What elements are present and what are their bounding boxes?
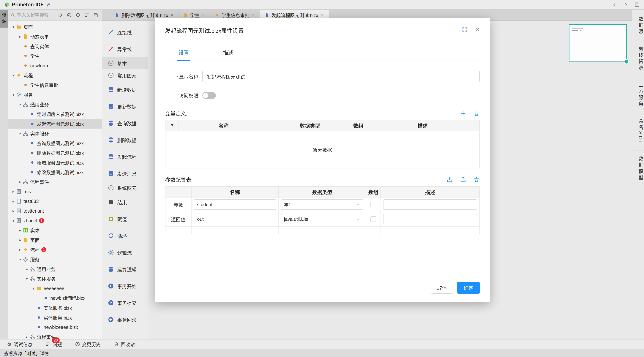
tree-item[interactable]: 删除数据图元测试.bizx <box>8 148 102 158</box>
strip-tab-resources[interactable]: 资源 <box>0 10 8 28</box>
tree-item[interactable]: ▾实体服务 <box>8 128 102 138</box>
tree-item[interactable]: ▸流程事件 <box>8 177 102 187</box>
add-icon[interactable] <box>460 110 466 116</box>
tree-item[interactable]: newbizeeee.bizx <box>8 322 102 332</box>
collapse-section-icon[interactable] <box>108 72 114 79</box>
tree-item[interactable]: ▸test833 <box>8 196 102 206</box>
palette-item[interactable]: 查询数据 <box>102 115 148 132</box>
palette-section[interactable]: 系统图元 <box>102 182 148 194</box>
expand-arrow-icon[interactable]: ▾ <box>11 73 16 78</box>
expand-arrow-icon[interactable]: ▾ <box>18 131 23 136</box>
tree-item[interactable]: ▾页面 <box>8 22 102 32</box>
param-desc-input[interactable] <box>383 214 477 224</box>
param-type-select[interactable]: 学生 <box>281 199 363 210</box>
search-box[interactable] <box>10 12 58 18</box>
expand-arrow-icon[interactable]: ▸ <box>11 199 16 204</box>
collapse-section-icon[interactable] <box>108 60 114 67</box>
tree-item[interactable]: ▸流程1 <box>8 245 102 254</box>
link-icon[interactable] <box>46 2 51 7</box>
palette-item[interactable]: 赋值 <box>102 210 148 227</box>
palette-item[interactable]: 结束 <box>102 194 148 210</box>
tree-item[interactable]: ▾eeeeeeee <box>8 284 102 293</box>
param-type-select[interactable]: java.util.List <box>281 214 363 224</box>
save-icon[interactable] <box>634 2 640 8</box>
fullscreen-icon[interactable] <box>462 27 468 32</box>
tree-item-selected[interactable]: 发起流程图元测试.bizx <box>8 119 102 128</box>
issues-item[interactable]: 20问题 <box>46 341 62 348</box>
tab-description[interactable]: 描述 <box>222 44 234 60</box>
expand-arrow-icon[interactable]: ▸ <box>24 335 30 339</box>
refresh-icon[interactable] <box>76 12 81 18</box>
chevron-right-icon[interactable] <box>623 2 629 8</box>
tree-item[interactable]: 学生信息审批 <box>8 80 102 90</box>
cancel-button[interactable]: 取消 <box>431 282 453 294</box>
tree-item[interactable]: ▾zhaoel! <box>8 216 102 226</box>
expand-arrow-icon[interactable]: ▾ <box>24 276 30 281</box>
display-name-input[interactable] <box>202 70 480 82</box>
delete-icon[interactable] <box>473 176 480 183</box>
palette-item[interactable]: 发送消息 <box>102 165 148 182</box>
right-tab-datasource[interactable]: 数据源 <box>632 11 644 41</box>
tab-settings[interactable]: 设置 <box>178 44 190 60</box>
collapse-all-icon[interactable] <box>84 12 90 18</box>
palette-item[interactable]: 事务提交 <box>102 294 148 311</box>
expand-arrow-icon[interactable]: ▸ <box>11 209 16 213</box>
right-tab-data-model[interactable]: 数据模型 <box>632 151 644 187</box>
palette-item[interactable]: 事务回滚 <box>102 311 148 328</box>
search-input[interactable] <box>17 12 54 18</box>
right-tab-third-party-service[interactable]: 三方服务 <box>632 77 644 113</box>
tree-item[interactable]: ▸动态表单 <box>8 32 102 41</box>
export-icon[interactable] <box>460 176 466 183</box>
tree-item[interactable]: 学生 <box>8 51 102 61</box>
expand-arrow-icon[interactable]: ▸ <box>18 180 23 184</box>
expand-arrow-icon[interactable]: ▸ <box>18 228 23 232</box>
expand-arrow-icon[interactable]: ▾ <box>11 24 16 29</box>
expand-arrow-icon[interactable]: ▾ <box>31 286 36 291</box>
palette-item[interactable]: 删除数据 <box>102 132 148 148</box>
tree-item[interactable]: 查询数据图元测试.bizx <box>8 138 102 148</box>
expand-arrow-icon[interactable]: ▾ <box>11 218 16 223</box>
chevron-left-icon[interactable] <box>612 2 618 8</box>
import-icon[interactable] <box>446 176 453 183</box>
array-checkbox[interactable] <box>370 216 376 222</box>
right-tab-offline-resource[interactable]: 离线资源 <box>632 41 644 77</box>
locate-icon[interactable] <box>58 12 63 18</box>
palette-item[interactable]: 发起流程 <box>102 148 148 165</box>
param-name-input[interactable] <box>194 199 276 210</box>
palette-item[interactable]: 逻辑流 <box>102 244 148 261</box>
tree-item[interactable]: 定时调度入参测试.bizx <box>8 109 102 119</box>
ok-button[interactable]: 确定 <box>457 282 480 294</box>
copy-icon[interactable] <box>93 12 98 18</box>
close-tab-icon[interactable] <box>170 13 174 17</box>
param-desc-input[interactable] <box>383 199 477 210</box>
tree-item[interactable]: ▾服务 <box>8 90 102 100</box>
expand-arrow-icon[interactable]: ▸ <box>24 267 30 271</box>
close-tab-icon[interactable] <box>252 13 255 17</box>
recycle-bin-item[interactable]: 回收站 <box>114 341 135 348</box>
tree-item[interactable]: 修改数据图元测试.bizx <box>8 167 102 177</box>
expand-arrow-icon[interactable]: ▾ <box>18 257 23 262</box>
palette-item[interactable]: 循环 <box>102 227 148 244</box>
param-name-input[interactable] <box>194 214 276 224</box>
tree-item[interactable]: newform <box>8 61 102 70</box>
delete-icon[interactable] <box>473 110 480 116</box>
palette-item[interactable]: 运算逻辑 <box>102 261 148 278</box>
expand-arrow-icon[interactable]: ▸ <box>18 248 23 252</box>
palette-item[interactable]: 异常线 <box>102 40 148 58</box>
tree-item[interactable]: ▸通用业务 <box>8 264 102 274</box>
expand-arrow-icon[interactable]: ▸ <box>11 189 16 194</box>
tree-item[interactable]: ▾流程 <box>8 70 102 80</box>
tree-item[interactable]: ▾服务 <box>8 254 102 264</box>
palette-section[interactable]: 基本 <box>102 58 148 69</box>
tree-item[interactable]: ▾实体服务 <box>8 274 102 284</box>
close-tab-icon[interactable] <box>320 13 324 17</box>
tree-item[interactable]: ▸testtenant <box>8 206 102 216</box>
palette-item[interactable]: 更新数据 <box>102 98 148 115</box>
tree-item[interactable]: newbizfffffffff.bizx <box>8 293 102 303</box>
change-history-item[interactable]: 变更历史 <box>75 341 100 348</box>
palette-item[interactable]: 新增数据 <box>102 81 148 98</box>
close-icon[interactable] <box>474 27 480 32</box>
tree-item[interactable]: ▸mis <box>8 187 102 196</box>
expand-arrow-icon[interactable]: ▸ <box>18 34 23 39</box>
palette-item[interactable]: 事务开始 <box>102 278 148 294</box>
